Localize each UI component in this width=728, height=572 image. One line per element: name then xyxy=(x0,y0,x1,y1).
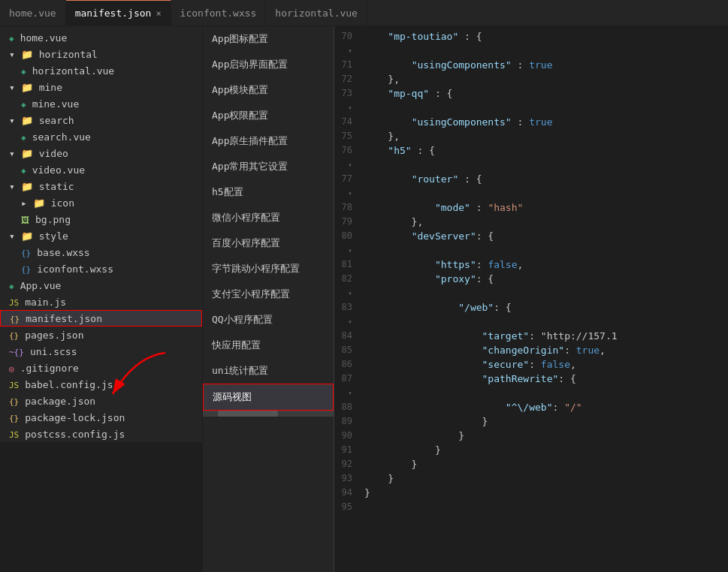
sidebar-item-bg-png[interactable]: 🖼bg.png xyxy=(0,211,202,227)
tab-horizontal-vue[interactable]: horizontal.vue xyxy=(266,0,367,26)
git-icon: ◎ xyxy=(9,363,14,374)
sidebar-item-label: bg.png xyxy=(35,214,71,225)
line-number: 78 xyxy=(334,200,364,215)
line-number: 92 xyxy=(334,457,364,471)
mid-panel-item-9[interactable]: 字节跳动小程序配置 xyxy=(203,256,334,281)
sidebar-item-label: horizontal.vue xyxy=(32,65,115,77)
code-line-91: 91 } xyxy=(334,443,728,457)
mid-panel-item-5[interactable]: App常用其它设置 xyxy=(203,154,334,179)
line-number: 79 xyxy=(334,215,364,229)
sidebar-item--gitignore[interactable]: ◎.gitignore xyxy=(0,360,202,376)
sidebar-item-label: App.vue xyxy=(20,280,62,291)
sidebar-item-app-vue[interactable]: ◈App.vue xyxy=(0,277,202,294)
sidebar-item-search-vue[interactable]: ◈search.vue xyxy=(0,128,202,145)
sidebar-item-label: base.wxss xyxy=(37,247,89,258)
code-line-70: 70 ▾ "mp-toutiao" : { xyxy=(334,29,728,58)
line-number: 73 ▾ xyxy=(334,86,364,115)
mid-panel-item-0[interactable]: App图标配置 xyxy=(203,26,334,52)
sidebar-item-uni-scss[interactable]: ~{}uni.scss xyxy=(0,343,202,360)
mid-panel-item-8[interactable]: 百度小程序配置 xyxy=(203,230,334,256)
sidebar-item-label: search xyxy=(39,115,74,126)
line-number: 95 xyxy=(334,500,364,514)
image-icon: 🖼 xyxy=(21,214,29,225)
tab-close-button[interactable]: × xyxy=(156,8,161,19)
line-number: 80 ▾ xyxy=(334,229,364,257)
sidebar-item-horizontal-vue[interactable]: ◈horizontal.vue xyxy=(0,62,202,79)
mid-panel-item-14[interactable]: 源码视图 xyxy=(203,384,334,411)
line-content: "usingComponents" : true xyxy=(364,115,728,129)
tab-bar: home.vuemanifest.json×iconfont.wxsshoriz… xyxy=(0,0,728,26)
mid-panel-scrollbar[interactable] xyxy=(203,411,334,417)
json-icon: {} xyxy=(9,412,19,423)
sidebar-item-iconfont-wxss[interactable]: {}iconfont.wxss xyxy=(0,260,202,277)
line-content: } xyxy=(364,471,728,486)
line-content: "mode" : "hash" xyxy=(364,200,728,215)
sidebar-item-label: style xyxy=(39,230,68,242)
sidebar-item-label: horizontal xyxy=(39,49,98,60)
mid-panel-item-13[interactable]: uni统计配置 xyxy=(203,358,334,384)
mid-panel-item-7[interactable]: 微信小程序配置 xyxy=(203,205,334,230)
code-line-79: 79 }, xyxy=(334,215,728,229)
code-line-82: 82 ▾ "proxy": { xyxy=(334,272,728,300)
mid-panel-item-10[interactable]: 支付宝小程序配置 xyxy=(203,281,334,307)
sidebar-item-style[interactable]: ▾ 📁style xyxy=(0,227,202,244)
code-line-72: 72 }, xyxy=(334,72,728,86)
mid-panel-item-12[interactable]: 快应用配置 xyxy=(203,333,334,358)
sidebar-item-search[interactable]: ▾ 📁search xyxy=(0,112,202,128)
sidebar-item-label: main.js xyxy=(25,297,66,308)
line-content: } xyxy=(364,486,728,500)
tab-manifest-json[interactable]: manifest.json× xyxy=(66,0,171,26)
sidebar-item-babel-config-js[interactable]: JSbabel.config.js xyxy=(0,376,202,393)
mid-panel-item-4[interactable]: App原生插件配置 xyxy=(203,128,334,154)
sidebar-item-home-vue[interactable]: ◈home.vue xyxy=(0,29,202,46)
line-content: "secure": false, xyxy=(364,357,728,372)
folder-icon: ▾ 📁 xyxy=(9,82,33,93)
sidebar-item-mine[interactable]: ▾ 📁mine xyxy=(0,79,202,95)
mid-panel-item-1[interactable]: App启动界面配置 xyxy=(203,52,334,77)
sidebar-item-main-js[interactable]: JSmain.js xyxy=(0,294,202,310)
json-icon: {} xyxy=(9,330,19,341)
sidebar-item-label: pages.json xyxy=(25,330,83,341)
line-number: 94 xyxy=(334,486,364,500)
line-number: 70 ▾ xyxy=(334,29,364,58)
sidebar-item-label: home.vue xyxy=(20,32,68,44)
sidebar-item-mine-vue[interactable]: ◈mine.vue xyxy=(0,95,202,112)
code-line-90: 90 } xyxy=(334,429,728,443)
sidebar-item-video[interactable]: ▾ 📁video xyxy=(0,145,202,161)
sidebar-item-postcss-config-js[interactable]: JSpostcss.config.js xyxy=(0,426,202,442)
sidebar-item-icon[interactable]: ▸ 📁icon xyxy=(0,194,202,211)
line-number: 81 xyxy=(334,257,364,272)
vue-icon: ◈ xyxy=(9,280,14,291)
sidebar-item-label: search.vue xyxy=(32,131,91,143)
line-number: 75 xyxy=(334,129,364,143)
sidebar-item-package-json[interactable]: {}package.json xyxy=(0,393,202,409)
sidebar-item-video-vue[interactable]: ◈video.vue xyxy=(0,161,202,178)
mid-panel-item-2[interactable]: App模块配置 xyxy=(203,77,334,103)
mid-panel-scrollbar-thumb[interactable] xyxy=(218,411,278,417)
sidebar-item-horizontal[interactable]: ▾ 📁horizontal xyxy=(0,46,202,62)
code-line-93: 93 } xyxy=(334,471,728,486)
sidebar-item-pages-json[interactable]: {}pages.json xyxy=(0,327,202,343)
sidebar-item-base-wxss[interactable]: {}base.wxss xyxy=(0,244,202,260)
folder-icon: ▾ 📁 xyxy=(9,148,33,159)
code-line-76: 76 ▾ "h5" : { xyxy=(334,143,728,172)
line-content: "pathRewrite": { xyxy=(364,372,728,400)
code-editor[interactable]: 70 ▾ "mp-toutiao" : {71 "usingComponents… xyxy=(334,26,728,572)
line-number: 74 xyxy=(334,115,364,129)
tab-iconfont-wxss[interactable]: iconfont.wxss xyxy=(171,0,267,26)
line-number: 88 xyxy=(334,400,364,414)
sidebar-item-package-lock-json[interactable]: {}package-lock.json xyxy=(0,409,202,426)
js-icon: JS xyxy=(9,429,19,440)
line-content: "devServer": { xyxy=(364,229,728,257)
line-content: "h5" : { xyxy=(364,143,728,172)
line-content: "proxy": { xyxy=(364,272,728,300)
mid-panel-item-11[interactable]: QQ小程序配置 xyxy=(203,307,334,333)
tab-home-vue[interactable]: home.vue xyxy=(0,0,66,26)
code-line-94: 94} xyxy=(334,486,728,500)
sidebar-item-static[interactable]: ▾ 📁static xyxy=(0,178,202,194)
mid-panel: App图标配置App启动界面配置App模块配置App权限配置App原生插件配置A… xyxy=(203,26,334,572)
mid-panel-item-3[interactable]: App权限配置 xyxy=(203,103,334,128)
mid-panel-item-6[interactable]: h5配置 xyxy=(203,179,334,205)
folder-icon: ▾ 📁 xyxy=(9,230,33,242)
sidebar-item-manifest-json[interactable]: {}manifest.json xyxy=(0,310,202,327)
